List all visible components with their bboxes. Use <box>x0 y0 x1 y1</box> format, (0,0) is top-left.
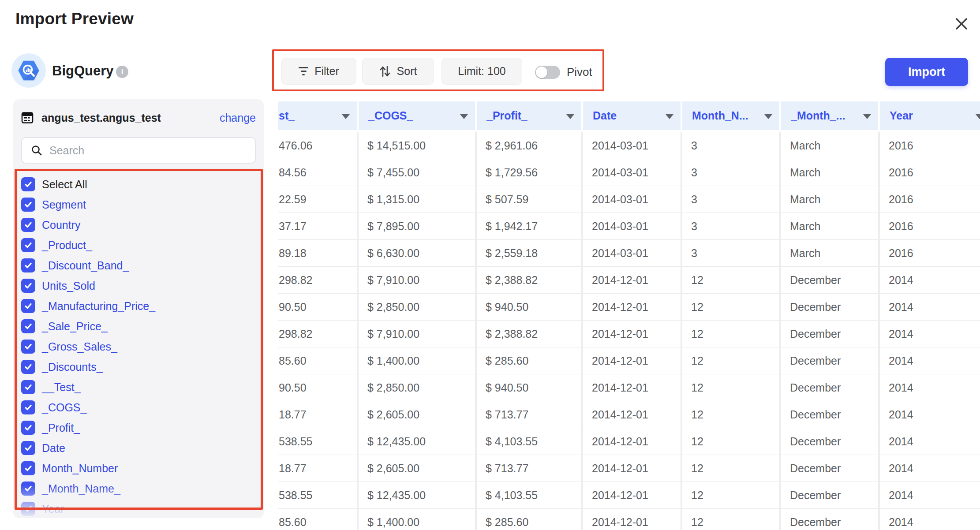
field-label: _Gross_Sales_ <box>42 340 117 353</box>
column-header[interactable]: Month_N... <box>682 101 779 130</box>
field-row[interactable]: _Month_Name_ <box>21 478 256 499</box>
checkbox-checked[interactable] <box>21 279 35 293</box>
table-cell: 2016 <box>880 213 980 240</box>
field-row[interactable]: Units_Sold <box>21 276 256 296</box>
search-icon <box>31 145 42 156</box>
field-row[interactable]: _Profit_ <box>21 418 256 438</box>
check-icon <box>24 322 33 331</box>
field-row[interactable]: Year <box>21 499 256 518</box>
pivot-toggle-knob <box>536 67 547 78</box>
sort-icon <box>379 65 391 78</box>
filter-button[interactable]: Filter <box>281 58 356 85</box>
field-label: _Product_ <box>42 239 92 252</box>
field-row[interactable]: _Gross_Sales_ <box>21 336 256 357</box>
field-search-input[interactable] <box>49 144 227 157</box>
table-body: 476.06$ 14,515.00$ 2,961.062014-03-013Ma… <box>278 132 980 530</box>
table-cell: 18.77 <box>278 455 357 482</box>
table-cell: 2014 <box>880 401 980 428</box>
column-header[interactable]: Year <box>880 101 980 130</box>
pivot-toggle[interactable] <box>535 66 560 79</box>
close-button[interactable] <box>952 14 971 34</box>
table-cell: 2014 <box>880 374 980 401</box>
table-header-row: st__COGS__Profit_DateMonth_N..._Month_..… <box>278 101 980 130</box>
table-cell: 22.59 <box>278 186 357 213</box>
column-header[interactable]: _Month_... <box>781 101 878 130</box>
field-label: Year <box>42 503 64 515</box>
checkbox-checked[interactable] <box>21 421 35 435</box>
table-cell: 2016 <box>880 240 980 267</box>
column-dropdown-caret-icon[interactable] <box>566 114 574 119</box>
column-header[interactable]: st_ <box>278 101 357 130</box>
source-name: BigQuery <box>52 63 114 79</box>
table-cell: $ 713.77 <box>477 455 581 482</box>
field-row[interactable]: _Discounts_ <box>21 357 256 377</box>
checkbox-checked[interactable] <box>21 481 35 496</box>
column-header-label: st_ <box>279 109 295 122</box>
checkbox-checked[interactable] <box>21 400 35 414</box>
table-row: 90.50$ 2,850.00$ 940.502014-12-0112Decem… <box>278 294 980 321</box>
field-row[interactable]: Date <box>21 438 256 458</box>
checkbox-checked[interactable] <box>21 461 35 475</box>
column-dropdown-caret-icon[interactable] <box>342 114 350 119</box>
table-cell: 2014 <box>880 321 980 347</box>
column-dropdown-caret-icon[interactable] <box>666 114 673 119</box>
column-header-label: _Profit_ <box>486 109 527 122</box>
info-icon[interactable]: i <box>116 66 128 78</box>
checkbox-checked[interactable] <box>21 319 35 333</box>
field-row[interactable]: _Product_ <box>21 235 256 255</box>
column-dropdown-caret-icon[interactable] <box>764 114 772 119</box>
column-header-label: _COGS_ <box>368 109 413 122</box>
table-row: 85.60$ 1,400.00$ 285.602014-12-0112Decem… <box>278 509 980 530</box>
table-cell: $ 12,435.00 <box>359 482 475 509</box>
field-row[interactable]: _COGS_ <box>21 397 256 418</box>
table-cell: 12 <box>682 428 779 455</box>
checkbox-checked[interactable] <box>21 360 35 374</box>
checkbox-checked[interactable] <box>21 258 35 272</box>
limit-button-label: Limit: 100 <box>458 65 505 78</box>
field-row[interactable]: Month_Number <box>21 458 256 478</box>
column-header[interactable]: _COGS_ <box>359 101 475 130</box>
checkbox-checked[interactable] <box>21 441 35 455</box>
select-all-row[interactable]: Select All <box>21 174 256 194</box>
field-row[interactable]: _Manufacturing_Price_ <box>21 296 256 316</box>
checkbox-checked[interactable] <box>21 502 35 516</box>
field-row[interactable]: __Test_ <box>21 377 256 397</box>
checkbox-checked[interactable] <box>21 218 35 232</box>
field-row[interactable]: Country <box>21 215 256 235</box>
column-dropdown-caret-icon[interactable] <box>976 114 980 119</box>
table-cell: December <box>781 509 878 530</box>
table-cell: $ 2,605.00 <box>359 401 475 428</box>
table-cell: $ 2,850.00 <box>359 294 475 321</box>
table-cell: December <box>781 374 878 401</box>
checkbox-checked[interactable] <box>21 299 35 313</box>
table-cell: December <box>781 321 878 347</box>
table-cell: $ 4,103.55 <box>477 428 581 455</box>
check-icon <box>24 241 33 250</box>
change-table-link[interactable]: change <box>220 112 256 124</box>
column-dropdown-caret-icon[interactable] <box>460 114 468 119</box>
checkbox-checked[interactable] <box>21 238 35 252</box>
checkbox-checked[interactable] <box>21 177 35 191</box>
limit-button[interactable]: Limit: 100 <box>441 58 522 85</box>
table-cell: 2014-03-01 <box>583 159 681 186</box>
field-search-box[interactable] <box>21 137 256 164</box>
table-cell: December <box>781 294 878 321</box>
column-dropdown-caret-icon[interactable] <box>863 114 871 119</box>
field-row[interactable]: _Sale_Price_ <box>21 316 256 336</box>
column-header[interactable]: Date <box>583 101 681 130</box>
sort-button[interactable]: Sort <box>362 58 434 85</box>
checkbox-checked[interactable] <box>21 340 35 354</box>
field-row[interactable]: Segment <box>21 194 256 215</box>
table-row: 538.55$ 12,435.00$ 4,103.552014-12-0112D… <box>278 482 980 509</box>
import-button[interactable]: Import <box>885 58 968 86</box>
field-label: _Discounts_ <box>42 361 103 373</box>
checkbox-checked[interactable] <box>21 198 35 212</box>
checkbox-checked[interactable] <box>21 380 35 394</box>
filter-icon <box>299 67 308 75</box>
table-cell: 12 <box>682 401 779 428</box>
field-label: _Sale_Price_ <box>42 320 108 333</box>
field-label: Select All <box>42 178 87 191</box>
table-cell: March <box>781 132 878 159</box>
column-header[interactable]: _Profit_ <box>477 101 581 130</box>
field-row[interactable]: _Discount_Band_ <box>21 255 256 276</box>
